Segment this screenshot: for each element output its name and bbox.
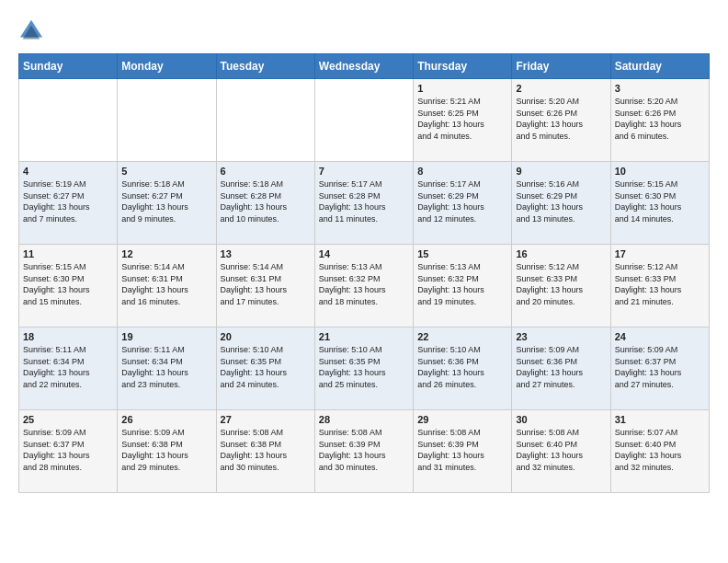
logo <box>18 18 48 44</box>
day-number: 16 <box>516 248 606 259</box>
day-number: 12 <box>121 248 211 259</box>
day-cell: 8Sunrise: 5:17 AM Sunset: 6:29 PM Daylig… <box>414 162 512 245</box>
day-cell: 22Sunrise: 5:10 AM Sunset: 6:36 PM Dayli… <box>414 327 512 410</box>
day-cell: 16Sunrise: 5:12 AM Sunset: 6:33 PM Dayli… <box>512 245 610 327</box>
day-cell <box>19 79 118 162</box>
weekday-header-saturday: Saturday <box>610 54 709 79</box>
weekday-header-thursday: Thursday <box>414 54 512 79</box>
day-cell: 28Sunrise: 5:08 AM Sunset: 6:39 PM Dayli… <box>314 410 413 493</box>
page-header <box>18 18 710 44</box>
day-cell: 31Sunrise: 5:07 AM Sunset: 6:40 PM Dayli… <box>610 410 709 493</box>
day-info: Sunrise: 5:10 AM Sunset: 6:36 PM Dayligh… <box>417 344 507 390</box>
day-info: Sunrise: 5:10 AM Sunset: 6:35 PM Dayligh… <box>319 344 409 390</box>
day-number: 9 <box>516 166 606 177</box>
day-info: Sunrise: 5:11 AM Sunset: 6:34 PM Dayligh… <box>23 344 113 390</box>
calendar-table: SundayMondayTuesdayWednesdayThursdayFrid… <box>18 53 710 493</box>
day-cell: 23Sunrise: 5:09 AM Sunset: 6:36 PM Dayli… <box>512 327 610 410</box>
day-cell <box>216 79 314 162</box>
day-number: 14 <box>319 248 409 259</box>
day-number: 26 <box>121 414 211 425</box>
day-number: 28 <box>319 414 409 425</box>
day-info: Sunrise: 5:09 AM Sunset: 6:36 PM Dayligh… <box>516 344 606 390</box>
day-number: 24 <box>615 331 705 342</box>
day-cell: 24Sunrise: 5:09 AM Sunset: 6:37 PM Dayli… <box>610 327 709 410</box>
day-cell: 4Sunrise: 5:19 AM Sunset: 6:27 PM Daylig… <box>19 162 118 245</box>
day-cell: 29Sunrise: 5:08 AM Sunset: 6:39 PM Dayli… <box>414 410 512 493</box>
day-number: 27 <box>221 414 311 425</box>
week-row-3: 11Sunrise: 5:15 AM Sunset: 6:30 PM Dayli… <box>19 245 710 327</box>
day-info: Sunrise: 5:13 AM Sunset: 6:32 PM Dayligh… <box>417 261 507 307</box>
day-cell: 20Sunrise: 5:10 AM Sunset: 6:35 PM Dayli… <box>216 327 314 410</box>
day-cell: 2Sunrise: 5:20 AM Sunset: 6:26 PM Daylig… <box>512 79 610 162</box>
day-info: Sunrise: 5:08 AM Sunset: 6:39 PM Dayligh… <box>319 427 409 473</box>
weekday-header-tuesday: Tuesday <box>216 54 314 79</box>
day-info: Sunrise: 5:19 AM Sunset: 6:27 PM Dayligh… <box>23 178 113 224</box>
day-number: 22 <box>417 331 507 342</box>
day-cell: 27Sunrise: 5:08 AM Sunset: 6:38 PM Dayli… <box>216 410 314 493</box>
day-cell: 13Sunrise: 5:14 AM Sunset: 6:31 PM Dayli… <box>216 245 314 327</box>
day-number: 5 <box>121 166 211 177</box>
day-number: 29 <box>417 414 507 425</box>
day-number: 3 <box>615 83 705 94</box>
day-cell <box>118 79 216 162</box>
day-cell: 12Sunrise: 5:14 AM Sunset: 6:31 PM Dayli… <box>118 245 216 327</box>
day-info: Sunrise: 5:21 AM Sunset: 6:25 PM Dayligh… <box>417 96 507 142</box>
day-info: Sunrise: 5:09 AM Sunset: 6:37 PM Dayligh… <box>23 427 113 473</box>
day-number: 4 <box>23 166 113 177</box>
logo-icon <box>18 18 44 44</box>
day-info: Sunrise: 5:15 AM Sunset: 6:30 PM Dayligh… <box>23 261 113 307</box>
day-cell: 30Sunrise: 5:08 AM Sunset: 6:40 PM Dayli… <box>512 410 610 493</box>
day-info: Sunrise: 5:16 AM Sunset: 6:29 PM Dayligh… <box>516 178 606 224</box>
day-info: Sunrise: 5:14 AM Sunset: 6:31 PM Dayligh… <box>221 261 311 307</box>
day-info: Sunrise: 5:09 AM Sunset: 6:37 PM Dayligh… <box>615 344 705 390</box>
day-info: Sunrise: 5:14 AM Sunset: 6:31 PM Dayligh… <box>121 261 211 307</box>
day-number: 2 <box>516 83 606 94</box>
day-cell: 17Sunrise: 5:12 AM Sunset: 6:33 PM Dayli… <box>610 245 709 327</box>
day-number: 25 <box>23 414 113 425</box>
day-number: 6 <box>221 166 311 177</box>
day-cell: 6Sunrise: 5:18 AM Sunset: 6:28 PM Daylig… <box>216 162 314 245</box>
day-cell: 21Sunrise: 5:10 AM Sunset: 6:35 PM Dayli… <box>314 327 413 410</box>
day-number: 19 <box>121 331 211 342</box>
day-number: 1 <box>417 83 507 94</box>
day-info: Sunrise: 5:15 AM Sunset: 6:30 PM Dayligh… <box>615 178 705 224</box>
week-row-4: 18Sunrise: 5:11 AM Sunset: 6:34 PM Dayli… <box>19 327 710 410</box>
day-info: Sunrise: 5:18 AM Sunset: 6:28 PM Dayligh… <box>221 178 311 224</box>
weekday-header-wednesday: Wednesday <box>314 54 413 79</box>
day-info: Sunrise: 5:07 AM Sunset: 6:40 PM Dayligh… <box>615 427 705 473</box>
day-cell: 11Sunrise: 5:15 AM Sunset: 6:30 PM Dayli… <box>19 245 118 327</box>
day-cell: 3Sunrise: 5:20 AM Sunset: 6:26 PM Daylig… <box>610 79 709 162</box>
day-info: Sunrise: 5:20 AM Sunset: 6:26 PM Dayligh… <box>516 96 606 142</box>
day-cell: 7Sunrise: 5:17 AM Sunset: 6:28 PM Daylig… <box>314 162 413 245</box>
day-cell: 1Sunrise: 5:21 AM Sunset: 6:25 PM Daylig… <box>414 79 512 162</box>
calendar-body: 1Sunrise: 5:21 AM Sunset: 6:25 PM Daylig… <box>19 79 710 493</box>
day-info: Sunrise: 5:17 AM Sunset: 6:29 PM Dayligh… <box>417 178 507 224</box>
day-cell: 25Sunrise: 5:09 AM Sunset: 6:37 PM Dayli… <box>19 410 118 493</box>
calendar-header: SundayMondayTuesdayWednesdayThursdayFrid… <box>19 54 710 79</box>
weekday-header-friday: Friday <box>512 54 610 79</box>
day-number: 20 <box>221 331 311 342</box>
day-info: Sunrise: 5:08 AM Sunset: 6:38 PM Dayligh… <box>221 427 311 473</box>
day-number: 15 <box>417 248 507 259</box>
day-number: 21 <box>319 331 409 342</box>
day-info: Sunrise: 5:17 AM Sunset: 6:28 PM Dayligh… <box>319 178 409 224</box>
day-info: Sunrise: 5:10 AM Sunset: 6:35 PM Dayligh… <box>221 344 311 390</box>
day-number: 13 <box>221 248 311 259</box>
day-info: Sunrise: 5:12 AM Sunset: 6:33 PM Dayligh… <box>615 261 705 307</box>
week-row-5: 25Sunrise: 5:09 AM Sunset: 6:37 PM Dayli… <box>19 410 710 493</box>
day-info: Sunrise: 5:12 AM Sunset: 6:33 PM Dayligh… <box>516 261 606 307</box>
day-number: 11 <box>23 248 113 259</box>
day-info: Sunrise: 5:18 AM Sunset: 6:27 PM Dayligh… <box>121 178 211 224</box>
day-cell: 9Sunrise: 5:16 AM Sunset: 6:29 PM Daylig… <box>512 162 610 245</box>
day-number: 30 <box>516 414 606 425</box>
day-cell: 15Sunrise: 5:13 AM Sunset: 6:32 PM Dayli… <box>414 245 512 327</box>
day-cell: 14Sunrise: 5:13 AM Sunset: 6:32 PM Dayli… <box>314 245 413 327</box>
day-number: 31 <box>615 414 705 425</box>
week-row-1: 1Sunrise: 5:21 AM Sunset: 6:25 PM Daylig… <box>19 79 710 162</box>
day-cell: 10Sunrise: 5:15 AM Sunset: 6:30 PM Dayli… <box>610 162 709 245</box>
day-info: Sunrise: 5:08 AM Sunset: 6:39 PM Dayligh… <box>417 427 507 473</box>
day-cell: 26Sunrise: 5:09 AM Sunset: 6:38 PM Dayli… <box>118 410 216 493</box>
day-number: 23 <box>516 331 606 342</box>
day-info: Sunrise: 5:08 AM Sunset: 6:40 PM Dayligh… <box>516 427 606 473</box>
day-info: Sunrise: 5:13 AM Sunset: 6:32 PM Dayligh… <box>319 261 409 307</box>
